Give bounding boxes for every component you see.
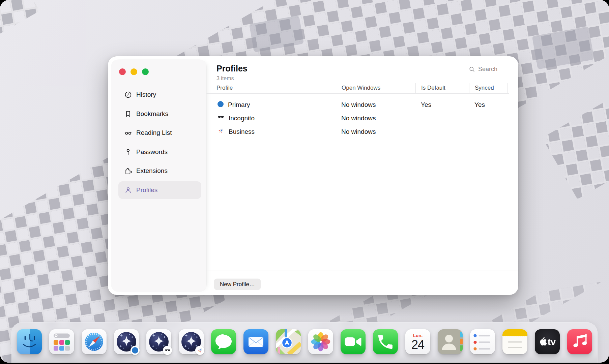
dock-item-safari[interactable] bbox=[82, 329, 107, 354]
column-header-is-default[interactable]: Is Default bbox=[415, 83, 469, 93]
key-icon bbox=[124, 148, 132, 156]
tv-label: tv bbox=[548, 337, 556, 347]
sidebar-item-label: Bookmarks bbox=[136, 110, 168, 118]
sunglasses-icon bbox=[218, 114, 224, 123]
dock-item-finder[interactable] bbox=[17, 329, 42, 354]
messages-icon bbox=[211, 329, 236, 354]
dock-item-phone[interactable] bbox=[373, 329, 398, 354]
rocket-icon bbox=[218, 127, 224, 136]
phone-icon bbox=[373, 329, 398, 354]
launchpad-icon bbox=[49, 329, 74, 354]
mail-icon bbox=[243, 329, 268, 354]
dock-item-notes[interactable] bbox=[502, 329, 527, 354]
dock-item-photos[interactable] bbox=[308, 329, 333, 354]
profiles-table: Primary No windows Yes Yes Incognito No … bbox=[216, 98, 508, 139]
profile-row-business[interactable]: Business No windows bbox=[216, 125, 508, 139]
new-profile-button[interactable]: New Profile… bbox=[214, 279, 261, 290]
rocket-badge bbox=[195, 346, 204, 355]
sidebar-nav: History Bookmarks Reading List Passwords… bbox=[118, 86, 201, 200]
is-default-value: Yes bbox=[415, 101, 469, 109]
dock-item-calendar[interactable]: Lun.24 bbox=[405, 329, 430, 354]
dock-item-music[interactable] bbox=[567, 329, 592, 354]
settings-content: Profiles 3 items Search Profile Open Win… bbox=[209, 56, 518, 295]
sidebar-item-bookmarks[interactable]: Bookmarks bbox=[118, 105, 201, 123]
sidebar-item-label: Passwords bbox=[136, 148, 168, 156]
sidebar-item-label: Extensions bbox=[136, 167, 168, 175]
dock-item-facetime[interactable] bbox=[341, 329, 366, 354]
dock-item-safari-profile-primary[interactable] bbox=[114, 329, 139, 354]
contacts-icon bbox=[438, 329, 463, 354]
sidebar-item-passwords[interactable]: Passwords bbox=[118, 143, 201, 161]
dock-item-reminders[interactable] bbox=[470, 329, 495, 354]
column-header-synced[interactable]: Synced bbox=[469, 83, 508, 93]
close-button[interactable] bbox=[119, 68, 126, 75]
sidebar-item-label: Profiles bbox=[136, 186, 157, 194]
minimize-button[interactable] bbox=[130, 68, 137, 75]
column-header-open-windows[interactable]: Open Windows bbox=[336, 83, 415, 93]
puzzle-icon bbox=[124, 167, 132, 175]
calendar-icon: Lun.24 bbox=[405, 329, 430, 354]
dock-item-launchpad[interactable] bbox=[49, 329, 74, 354]
safari-icon bbox=[82, 329, 107, 354]
dock-item-contacts[interactable] bbox=[438, 329, 463, 354]
safari-settings-window: History Bookmarks Reading List Passwords… bbox=[108, 56, 518, 295]
profile-name: Primary bbox=[228, 101, 250, 109]
dock-item-safari-profile-business[interactable] bbox=[179, 329, 204, 354]
page-title: Profiles bbox=[216, 64, 248, 73]
profile-name: Business bbox=[229, 128, 255, 135]
bookmark-icon bbox=[124, 110, 132, 118]
blue-dot-badge bbox=[130, 346, 140, 355]
open-windows-value: No windows bbox=[336, 128, 415, 135]
calendar-day-number: 24 bbox=[411, 338, 424, 352]
facetime-icon bbox=[341, 329, 366, 354]
sunglasses-badge bbox=[163, 346, 172, 355]
zoom-button[interactable] bbox=[142, 68, 149, 75]
table-header-divider bbox=[206, 93, 509, 94]
sidebar: History Bookmarks Reading List Passwords… bbox=[111, 60, 206, 292]
sidebar-item-extensions[interactable]: Extensions bbox=[118, 162, 201, 180]
sidebar-item-history[interactable]: History bbox=[118, 86, 201, 103]
photos-icon bbox=[308, 329, 333, 354]
maps-icon bbox=[276, 329, 301, 354]
music-icon bbox=[567, 329, 592, 354]
column-header-profile[interactable]: Profile bbox=[216, 83, 336, 93]
synced-value: Yes bbox=[469, 101, 508, 109]
search-placeholder: Search bbox=[478, 66, 497, 73]
dock: Lun.24 tv bbox=[11, 322, 598, 363]
dock-item-tv[interactable]: tv bbox=[535, 329, 560, 354]
profile-row-primary[interactable]: Primary No windows Yes Yes bbox=[216, 98, 508, 112]
profile-row-incognito[interactable]: Incognito No windows bbox=[216, 112, 508, 125]
window-controls bbox=[119, 68, 149, 75]
glasses-icon bbox=[124, 129, 132, 137]
finder-icon bbox=[17, 329, 42, 354]
dock-item-mail[interactable] bbox=[243, 329, 268, 354]
blue-dot-icon bbox=[218, 101, 224, 109]
table-header: Profile Open Windows Is Default Synced bbox=[216, 83, 508, 93]
search-field[interactable]: Search bbox=[469, 66, 497, 73]
dock-item-messages[interactable] bbox=[211, 329, 236, 354]
open-windows-value: No windows bbox=[336, 115, 415, 122]
person-icon bbox=[124, 186, 132, 194]
reminders-icon bbox=[470, 329, 495, 354]
profile-name: Incognito bbox=[229, 115, 255, 122]
dock-item-safari-profile-incognito[interactable] bbox=[146, 329, 171, 354]
desktop: History Bookmarks Reading List Passwords… bbox=[0, 0, 609, 363]
calendar-day-name: Lun. bbox=[413, 333, 423, 338]
open-windows-value: No windows bbox=[336, 101, 415, 109]
items-count: 3 items bbox=[216, 75, 234, 82]
sidebar-item-profiles[interactable]: Profiles bbox=[118, 181, 201, 199]
sidebar-item-reading-list[interactable]: Reading List bbox=[118, 124, 201, 142]
clock-icon bbox=[124, 91, 132, 99]
sidebar-item-label: History bbox=[136, 91, 156, 98]
tv-icon: tv bbox=[535, 329, 560, 354]
notes-icon bbox=[502, 329, 527, 354]
table-bottom-divider bbox=[206, 271, 518, 271]
search-icon bbox=[469, 66, 475, 72]
sidebar-item-label: Reading List bbox=[136, 129, 172, 136]
dock-item-maps[interactable] bbox=[276, 329, 301, 354]
